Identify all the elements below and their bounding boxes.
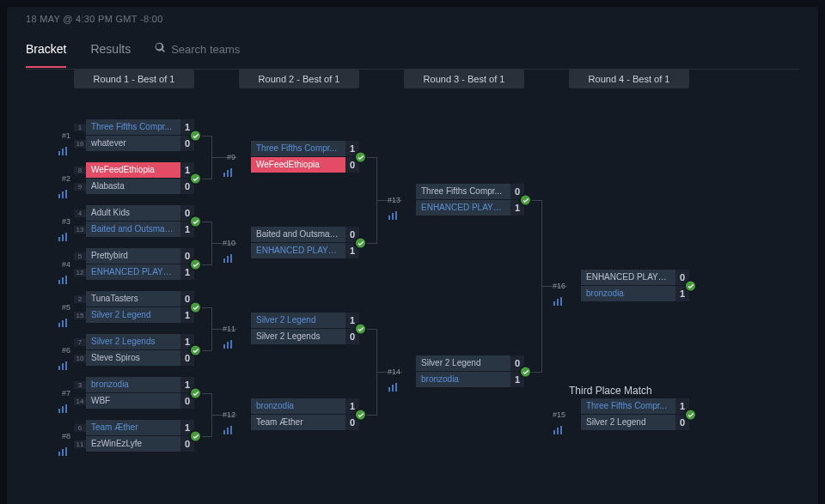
check-icon <box>354 237 367 250</box>
match[interactable]: #45Prettybird012ENHANCED PLAYERS1 <box>74 248 194 281</box>
match[interactable]: #28WeFeedEthiopia19Alabasta0 <box>74 162 194 195</box>
team-row[interactable]: 4Adult Kids0 <box>74 205 194 221</box>
svg-rect-39 <box>388 387 390 392</box>
match[interactable]: #67Silver 2 Legends110Steve Spiros0 <box>74 334 194 367</box>
match[interactable]: #14Silver 2 Legend0bronzodia1 <box>404 355 524 388</box>
team-row[interactable]: 15Silver 2 Legend1 <box>74 307 194 323</box>
team-row[interactable]: 6Team Æther1 <box>74 420 194 435</box>
svg-rect-2 <box>65 147 67 155</box>
check-icon <box>189 258 202 271</box>
match-id: #7 <box>57 389 70 398</box>
seed: 16 <box>74 140 86 148</box>
stats-icon[interactable] <box>553 422 564 431</box>
team-row[interactable]: 16whatever0 <box>74 136 194 151</box>
stats-icon[interactable] <box>223 165 234 173</box>
stats-icon[interactable] <box>58 143 69 152</box>
match[interactable]: #9Three Fifths Compr...1WeFeedEthiopia0 <box>239 141 359 173</box>
team-row[interactable]: ENHANCED PLAYERS0 <box>569 270 689 285</box>
stats-icon[interactable] <box>58 358 69 367</box>
seed: 13 <box>74 226 86 234</box>
match[interactable]: #86Team Æther111EzWinEzLyfe0 <box>74 420 194 452</box>
stats-icon[interactable] <box>58 229 69 238</box>
team-row[interactable]: 1Three Fifths Compr...1 <box>74 119 194 135</box>
team-name: Three Fifths Compr... <box>86 119 180 135</box>
team-row[interactable]: Three Fifths Compr...1 <box>239 141 359 156</box>
svg-rect-45 <box>553 430 555 434</box>
check-icon <box>189 430 202 443</box>
stats-icon[interactable] <box>58 315 69 324</box>
team-row[interactable]: ENHANCED PLAYERS1 <box>404 200 524 216</box>
team-row[interactable]: Three Fifths Compr...0 <box>404 184 524 199</box>
search-input[interactable] <box>171 43 315 56</box>
match[interactable]: #52TunaTasters015Silver 2 Legend1 <box>74 291 194 324</box>
match[interactable]: #12bronzodia1Team Æther0 <box>239 398 359 431</box>
tab-bracket[interactable]: Bracket <box>26 42 66 68</box>
navbar: Bracket Results <box>26 41 799 70</box>
match[interactable]: #10Baited and Outsmarted0ENHANCED PLAYER… <box>239 227 359 259</box>
team-row[interactable]: bronzodia1 <box>569 286 689 301</box>
team-row[interactable]: 2TunaTasters0 <box>74 291 194 307</box>
match-id: #15 <box>552 410 565 419</box>
search-wrap <box>155 41 315 69</box>
stats-icon[interactable] <box>58 444 69 452</box>
team-row[interactable]: Team Æther0 <box>239 415 359 430</box>
team-row[interactable]: ENHANCED PLAYERS1 <box>239 243 359 258</box>
seed: 5 <box>74 252 86 260</box>
bracket-connector <box>211 222 212 265</box>
team-row[interactable]: Three Fifths Compr...1 <box>569 398 689 414</box>
team-row[interactable]: Silver 2 Legends0 <box>239 329 359 344</box>
team-row[interactable]: 9Alabasta0 <box>74 179 194 194</box>
tab-results[interactable]: Results <box>90 42 131 68</box>
team-row[interactable]: bronzodia1 <box>404 372 524 387</box>
check-icon <box>189 344 202 357</box>
svg-rect-6 <box>58 237 60 241</box>
stats-icon[interactable] <box>388 208 399 216</box>
bracket-connector <box>211 307 212 351</box>
match-id: #6 <box>57 346 70 355</box>
check-icon <box>519 194 532 207</box>
svg-rect-43 <box>557 299 559 306</box>
team-row[interactable]: Silver 2 Legend0 <box>404 355 524 371</box>
stats-icon[interactable] <box>58 272 69 281</box>
team-row[interactable]: 8WeFeedEthiopia1 <box>74 162 194 178</box>
team-row[interactable]: 12ENHANCED PLAYERS1 <box>74 264 194 280</box>
team-row[interactable]: 3bronzodia1 <box>74 377 194 392</box>
stats-icon[interactable] <box>58 186 69 195</box>
team-row[interactable]: WeFeedEthiopia0 <box>239 157 359 173</box>
svg-rect-17 <box>65 361 67 370</box>
stats-icon[interactable] <box>388 380 399 388</box>
stats-icon[interactable] <box>553 294 564 302</box>
check-icon <box>354 151 367 164</box>
team-row[interactable]: 14WBF0 <box>74 393 194 409</box>
check-icon <box>354 409 367 422</box>
team-row[interactable]: 10Steve Spiros0 <box>74 350 194 366</box>
match[interactable]: #11Silver 2 Legend1Silver 2 Legends0 <box>239 313 359 345</box>
match[interactable]: #34Adult Kids013Baited and Outsmarted1 <box>74 205 194 238</box>
svg-rect-33 <box>223 430 225 434</box>
team-row[interactable]: 7Silver 2 Legends1 <box>74 334 194 349</box>
match[interactable]: #11Three Fifths Compr...116whatever0 <box>74 119 194 152</box>
team-row[interactable]: bronzodia1 <box>239 398 359 414</box>
seed: 8 <box>74 167 86 174</box>
team-row[interactable]: 11EzWinEzLyfe0 <box>74 436 194 452</box>
match-id: #4 <box>57 260 70 269</box>
team-name: Silver 2 Legends <box>86 334 180 349</box>
match[interactable]: #73bronzodia114WBF0 <box>74 377 194 410</box>
team-row[interactable]: Baited and Outsmarted0 <box>239 227 359 242</box>
svg-rect-15 <box>58 366 60 370</box>
svg-rect-28 <box>227 256 229 263</box>
stats-icon[interactable] <box>223 251 234 259</box>
team-row[interactable]: 13Baited and Outsmarted1 <box>74 222 194 237</box>
match[interactable]: #15Three Fifths Compr...1Silver 2 Legend… <box>569 398 689 431</box>
match[interactable]: #16ENHANCED PLAYERS0bronzodia1 <box>569 270 689 302</box>
team-row[interactable]: Silver 2 Legend1 <box>239 313 359 328</box>
svg-rect-26 <box>230 168 232 177</box>
stats-icon[interactable] <box>58 401 69 410</box>
match[interactable]: #13Three Fifths Compr...0ENHANCED PLAYER… <box>404 184 524 216</box>
check-icon <box>189 130 202 143</box>
stats-icon[interactable] <box>223 422 234 431</box>
round-header: Round 4 - Best of 1 <box>569 70 689 88</box>
team-row[interactable]: 5Prettybird0 <box>74 248 194 264</box>
team-row[interactable]: Silver 2 Legend0 <box>569 415 689 430</box>
stats-icon[interactable] <box>223 337 234 345</box>
